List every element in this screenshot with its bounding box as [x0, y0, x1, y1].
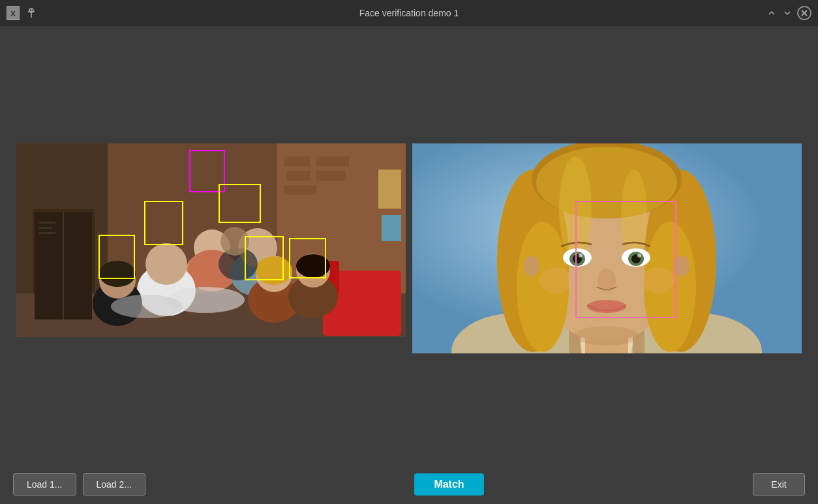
- svg-point-64: [674, 256, 689, 276]
- main-content: Load 1... Load 2... Match Exit: [0, 26, 818, 504]
- svg-point-35: [99, 261, 136, 287]
- svg-point-45: [111, 295, 183, 318]
- svg-rect-12: [316, 171, 346, 181]
- svg-point-78: [574, 326, 639, 346]
- title-bar-left: X: [7, 7, 38, 20]
- svg-point-72: [637, 254, 641, 258]
- load1-button[interactable]: Load 1...: [13, 473, 76, 496]
- left-image-container: [16, 143, 406, 337]
- svg-point-62: [621, 170, 647, 261]
- svg-point-38: [256, 256, 292, 285]
- minimize-button[interactable]: [766, 7, 778, 19]
- svg-rect-19: [378, 170, 401, 209]
- svg-rect-9: [284, 156, 310, 166]
- svg-point-41: [296, 254, 330, 278]
- svg-text:X: X: [10, 9, 16, 18]
- images-row: [16, 143, 802, 353]
- right-portrait-photo: [412, 143, 802, 353]
- exit-button[interactable]: Exit: [753, 473, 805, 496]
- svg-rect-13: [284, 185, 316, 195]
- window-title: Face verification demo 1: [359, 8, 459, 18]
- load2-button[interactable]: Load 2...: [83, 473, 146, 496]
- pin-icon[interactable]: [25, 7, 38, 20]
- svg-rect-20: [382, 215, 401, 241]
- title-bar: X Face verification demo 1: [0, 0, 818, 26]
- svg-point-60: [536, 147, 677, 218]
- svg-point-43: [220, 227, 249, 256]
- svg-point-76: [539, 267, 572, 293]
- right-image-container: [412, 143, 802, 353]
- svg-rect-10: [316, 156, 349, 166]
- maximize-button[interactable]: [781, 7, 793, 19]
- left-group-photo: [16, 143, 406, 337]
- svg-point-68: [579, 254, 583, 258]
- svg-point-32: [145, 243, 187, 285]
- svg-rect-24: [39, 227, 52, 229]
- match-button[interactable]: Match: [414, 473, 483, 496]
- svg-point-77: [641, 267, 674, 293]
- app-icon[interactable]: X: [7, 7, 20, 20]
- close-button[interactable]: [797, 6, 811, 20]
- svg-point-75: [591, 300, 622, 308]
- svg-point-63: [524, 256, 539, 276]
- title-bar-controls: [766, 6, 811, 20]
- svg-rect-25: [39, 232, 55, 234]
- svg-rect-23: [39, 222, 55, 224]
- toolbar: Load 1... Load 2... Match Exit: [0, 465, 818, 504]
- svg-rect-11: [287, 171, 310, 181]
